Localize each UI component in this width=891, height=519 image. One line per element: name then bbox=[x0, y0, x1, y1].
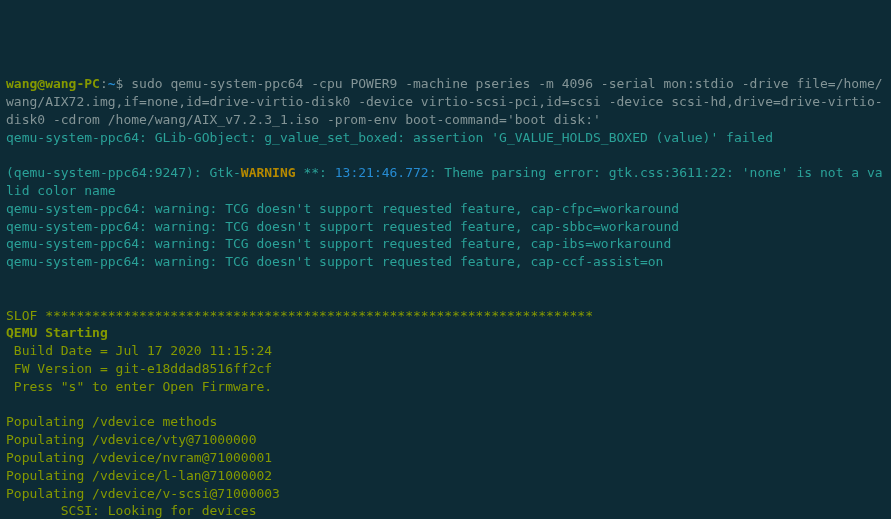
prompt-user: wang bbox=[6, 76, 37, 91]
tcg-warning-line: qemu-system-ppc64: warning: TCG doesn't … bbox=[6, 201, 679, 216]
slof-output-line: Populating /vdevice/l-lan@71000002 bbox=[6, 468, 272, 483]
warning-label: WARNING bbox=[241, 165, 296, 180]
prompt-host: wang-PC bbox=[45, 76, 100, 91]
tcg-warning-line: qemu-system-ppc64: warning: TCG doesn't … bbox=[6, 219, 679, 234]
gtk-timestamp: 13:21:46.772 bbox=[335, 165, 429, 180]
slof-header: SLOF ***********************************… bbox=[6, 308, 593, 323]
qemu-starting: QEMU Starting bbox=[6, 325, 108, 340]
slof-output-line: Populating /vdevice methods bbox=[6, 414, 217, 429]
slof-output-line: SCSI: Looking for devices bbox=[6, 503, 256, 518]
glib-error-line: qemu-system-ppc64: GLib-GObject: g_value… bbox=[6, 130, 773, 145]
tcg-warning-line: qemu-system-ppc64: warning: TCG doesn't … bbox=[6, 236, 671, 251]
gtk-stars: **: bbox=[296, 165, 335, 180]
prompt-sigil: $ bbox=[116, 76, 124, 91]
terminal-output[interactable]: wang@wang-PC:~$ sudo qemu-system-ppc64 -… bbox=[6, 75, 885, 519]
prompt-path: ~ bbox=[108, 76, 116, 91]
slof-fw-version: FW Version = git-e18ddad8516ff2cf bbox=[6, 361, 272, 376]
tcg-warning-line: qemu-system-ppc64: warning: TCG doesn't … bbox=[6, 254, 663, 269]
gtk-prefix: (qemu-system-ppc64:9247): Gtk- bbox=[6, 165, 241, 180]
slof-output-line: Populating /vdevice/v-scsi@71000003 bbox=[6, 486, 280, 501]
prompt-at: @ bbox=[37, 76, 45, 91]
command-text: sudo qemu-system-ppc64 -cpu POWER9 -mach… bbox=[6, 76, 883, 127]
slof-output-line: Populating /vdevice/vty@71000000 bbox=[6, 432, 256, 447]
prompt: wang@wang-PC:~$ bbox=[6, 76, 131, 91]
slof-output-line: Populating /vdevice/nvram@71000001 bbox=[6, 450, 272, 465]
prompt-colon: : bbox=[100, 76, 108, 91]
slof-press-s: Press "s" to enter Open Firmware. bbox=[6, 379, 272, 394]
slof-build-date: Build Date = Jul 17 2020 11:15:24 bbox=[6, 343, 272, 358]
